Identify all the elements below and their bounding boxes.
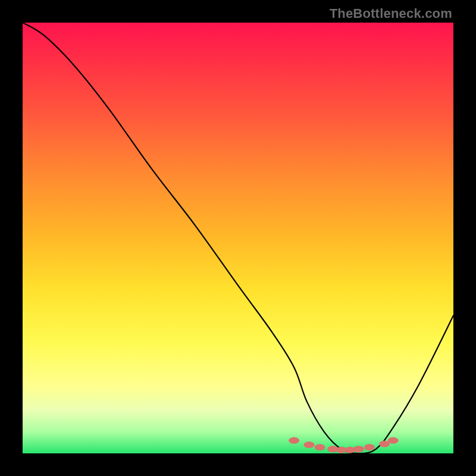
curve-layer (23, 23, 453, 453)
marker-dot (315, 444, 325, 450)
watermark-text: TheBottleneck.com (330, 6, 452, 21)
chart-frame: TheBottleneck.com (0, 0, 476, 476)
marker-dot (388, 437, 399, 444)
plot-area (23, 23, 453, 453)
optimal-range-dots (289, 437, 399, 453)
bottleneck-curve (23, 23, 453, 453)
marker-dot (289, 437, 299, 444)
marker-dot (303, 441, 314, 448)
marker-dot (353, 446, 364, 452)
marker-dot (364, 444, 375, 450)
